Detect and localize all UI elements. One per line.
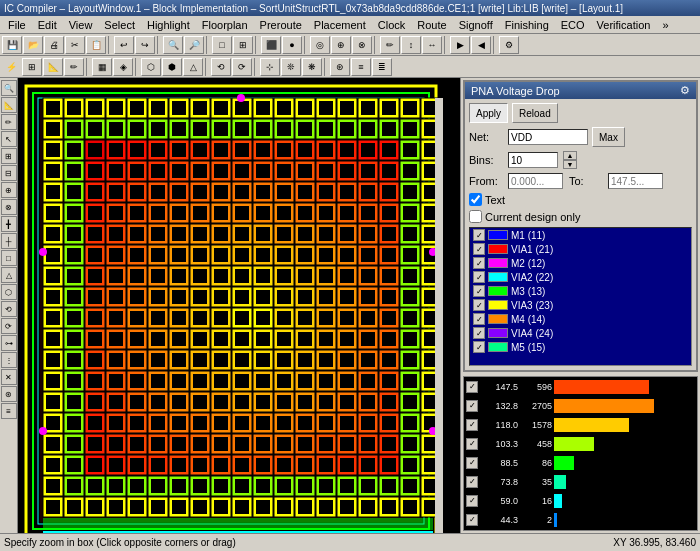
toolbar2-button[interactable]: ≡ — [351, 58, 371, 76]
menu-item-»[interactable]: » — [656, 18, 674, 32]
toolbar2-button[interactable]: ✏ — [64, 58, 84, 76]
toolbar-button[interactable]: ⊗ — [352, 36, 372, 54]
toolbar-button[interactable]: ● — [282, 36, 302, 54]
reload-button[interactable]: Reload — [512, 103, 558, 123]
menu-item-clock[interactable]: Clock — [372, 18, 412, 32]
hist-checkbox[interactable]: ✓ — [466, 495, 478, 507]
toolbar-button[interactable]: ◎ — [310, 36, 330, 54]
toolbar-button[interactable]: ✂ — [65, 36, 85, 54]
layer-checkbox[interactable]: ✓ — [473, 313, 485, 325]
left-toolbar-button[interactable]: ⋮ — [1, 352, 17, 368]
hist-checkbox[interactable]: ✓ — [466, 381, 478, 393]
toolbar-button[interactable]: ⬛ — [261, 36, 281, 54]
menu-item-finishing[interactable]: Finishing — [499, 18, 555, 32]
left-toolbar-button[interactable]: ┼ — [1, 233, 17, 249]
layer-checkbox[interactable]: ✓ — [473, 243, 485, 255]
toolbar2-button[interactable]: ⟲ — [211, 58, 231, 76]
toolbar-button[interactable]: 💾 — [2, 36, 22, 54]
toolbar2-button[interactable]: ⬢ — [162, 58, 182, 76]
menu-item-eco[interactable]: ECO — [555, 18, 591, 32]
left-toolbar-button[interactable]: ✕ — [1, 369, 17, 385]
left-toolbar-button[interactable]: ≡ — [1, 403, 17, 419]
layer-list-item[interactable]: ✓M3 (13) — [470, 284, 691, 298]
menu-item-signoff[interactable]: Signoff — [453, 18, 499, 32]
toolbar2-button[interactable]: ≣ — [372, 58, 392, 76]
toolbar-button[interactable]: ↔ — [422, 36, 442, 54]
menu-item-placement[interactable]: Placement — [308, 18, 372, 32]
left-toolbar-button[interactable]: ⊶ — [1, 335, 17, 351]
menu-item-highlight[interactable]: Highlight — [141, 18, 196, 32]
left-toolbar-button[interactable]: ⊛ — [1, 386, 17, 402]
toolbar2-button[interactable]: 📐 — [43, 58, 63, 76]
left-toolbar-button[interactable]: ⟳ — [1, 318, 17, 334]
bins-down-btn[interactable]: ▼ — [563, 160, 577, 169]
layer-checkbox[interactable]: ✓ — [473, 285, 485, 297]
toolbar-button[interactable]: ↕ — [401, 36, 421, 54]
toolbar-button[interactable]: 🔍 — [163, 36, 183, 54]
toolbar2-button[interactable]: ⊛ — [330, 58, 350, 76]
menu-item-edit[interactable]: Edit — [32, 18, 63, 32]
menu-item-preroute[interactable]: Preroute — [254, 18, 308, 32]
left-toolbar-button[interactable]: ↖ — [1, 131, 17, 147]
current-design-checkbox[interactable] — [469, 210, 482, 223]
layer-checkbox[interactable]: ✓ — [473, 341, 485, 353]
menu-item-floorplan[interactable]: Floorplan — [196, 18, 254, 32]
left-toolbar-button[interactable]: ╋ — [1, 216, 17, 232]
gear-icon[interactable]: ⚙ — [680, 84, 690, 97]
left-toolbar-button[interactable]: △ — [1, 267, 17, 283]
toolbar-button[interactable]: ✏ — [380, 36, 400, 54]
toolbar2-button[interactable]: ◈ — [113, 58, 133, 76]
hist-checkbox[interactable]: ✓ — [466, 419, 478, 431]
text-checkbox[interactable] — [469, 193, 482, 206]
layer-checkbox[interactable]: ✓ — [473, 327, 485, 339]
layer-list-item[interactable]: ✓VIA4 (24) — [470, 326, 691, 340]
menu-item-file[interactable]: File — [2, 18, 32, 32]
layer-checkbox[interactable]: ✓ — [473, 229, 485, 241]
to-input[interactable] — [608, 173, 663, 189]
left-toolbar-button[interactable]: ⊗ — [1, 199, 17, 215]
net-input[interactable] — [508, 129, 588, 145]
toolbar-button[interactable]: ⊕ — [331, 36, 351, 54]
toolbar-button[interactable]: 📋 — [86, 36, 106, 54]
hist-checkbox[interactable]: ✓ — [466, 457, 478, 469]
left-toolbar-button[interactable]: ⬡ — [1, 284, 17, 300]
hist-checkbox[interactable]: ✓ — [466, 514, 478, 526]
bins-input[interactable] — [508, 152, 558, 168]
left-toolbar-button[interactable]: □ — [1, 250, 17, 266]
menu-item-select[interactable]: Select — [98, 18, 141, 32]
toolbar2-button[interactable]: ⊞ — [22, 58, 42, 76]
layer-list-item[interactable]: ✓M5 (15) — [470, 340, 691, 354]
max-button[interactable]: Max — [592, 127, 625, 147]
layer-checkbox[interactable]: ✓ — [473, 299, 485, 311]
canvas-area[interactable] — [18, 78, 460, 533]
layer-list-item[interactable]: ✓VIA3 (23) — [470, 298, 691, 312]
toolbar2-button[interactable]: △ — [183, 58, 203, 76]
left-toolbar-button[interactable]: ⊞ — [1, 148, 17, 164]
toolbar-button[interactable]: ◀ — [471, 36, 491, 54]
left-toolbar-button[interactable]: ⟲ — [1, 301, 17, 317]
layer-list[interactable]: ✓M1 (11)✓VIA1 (21)✓M2 (12)✓VIA2 (22)✓M3 … — [469, 227, 692, 366]
toolbar2-button[interactable]: ⟳ — [232, 58, 252, 76]
toolbar2-button[interactable]: ❊ — [281, 58, 301, 76]
toolbar-button[interactable]: ↪ — [135, 36, 155, 54]
left-toolbar-button[interactable]: 📐 — [1, 97, 17, 113]
toolbar-button[interactable]: ⊞ — [233, 36, 253, 54]
toolbar-button[interactable]: ▶ — [450, 36, 470, 54]
toolbar-button[interactable]: □ — [212, 36, 232, 54]
toolbar-button[interactable]: 📂 — [23, 36, 43, 54]
apply-button[interactable]: Apply — [469, 103, 508, 123]
toolbar-button[interactable]: 🖨 — [44, 36, 64, 54]
layer-checkbox[interactable]: ✓ — [473, 271, 485, 283]
hist-checkbox[interactable]: ✓ — [466, 438, 478, 450]
left-toolbar-button[interactable]: ⊕ — [1, 182, 17, 198]
toolbar2-button[interactable]: ⬡ — [141, 58, 161, 76]
hist-checkbox[interactable]: ✓ — [466, 400, 478, 412]
layer-list-item[interactable]: ✓VIA1 (21) — [470, 242, 691, 256]
toolbar2-button[interactable]: ⊹ — [260, 58, 280, 76]
menu-item-route[interactable]: Route — [411, 18, 452, 32]
layer-list-item[interactable]: ✓M2 (12) — [470, 256, 691, 270]
hist-checkbox[interactable]: ✓ — [466, 476, 478, 488]
toolbar-button[interactable]: ↩ — [114, 36, 134, 54]
layer-checkbox[interactable]: ✓ — [473, 257, 485, 269]
menu-item-view[interactable]: View — [63, 18, 99, 32]
